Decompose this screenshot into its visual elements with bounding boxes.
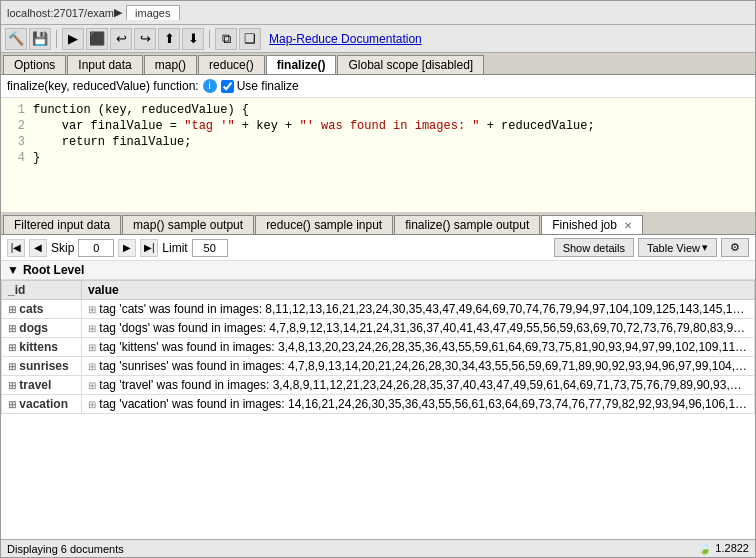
- db-name: exam: [87, 7, 114, 19]
- table-row: ⊞ kittens⊞ tag 'kittens' was found in im…: [2, 338, 755, 357]
- results-toolbar: |◀ ◀ Skip ▶ ▶| Limit Show details Table …: [1, 235, 755, 261]
- toolbar-btn-fwd[interactable]: ↪: [134, 28, 156, 50]
- prev-btn[interactable]: ◀: [29, 239, 47, 257]
- skip-input[interactable]: [78, 239, 114, 257]
- url: localhost:27017: [7, 7, 84, 19]
- table-row: ⊞ vacation⊞ tag 'vacation' was found in …: [2, 395, 755, 414]
- finalize-label: finalize(key, reducedValue) function:: [7, 79, 199, 93]
- toolbar-btn-copy[interactable]: ⧉: [215, 28, 237, 50]
- next-btn[interactable]: ▶: [118, 239, 136, 257]
- use-finalize-checkbox[interactable]: [221, 80, 234, 93]
- dropdown-icon: ▾: [702, 241, 708, 254]
- finalize-header: finalize(key, reducedValue) function: i …: [1, 75, 755, 98]
- mongodb-icon: 🍃: [698, 542, 712, 554]
- table-view-label: Table View: [647, 242, 700, 254]
- limit-input[interactable]: [192, 239, 228, 257]
- limit-label: Limit: [162, 241, 187, 255]
- footer: Displaying 6 documents 🍃 1.2822: [1, 539, 755, 557]
- table-cell-id: ⊞ cats: [2, 300, 82, 319]
- tab-global-scope[interactable]: Global scope [disabled]: [337, 55, 484, 74]
- skip-label: Skip: [51, 241, 74, 255]
- toolbar-btn-2[interactable]: 💾: [29, 28, 51, 50]
- code-line-3: 3 return finalValue;: [5, 134, 751, 150]
- tab-map-output[interactable]: map() sample output: [122, 215, 254, 234]
- results-table: _id value ⊞ cats⊞ tag 'cats' was found i…: [1, 280, 755, 539]
- bottom-tabs: Filtered input data map() sample output …: [1, 213, 755, 235]
- toolbar-sep-1: [56, 30, 57, 48]
- table-cell-id: ⊞ dogs: [2, 319, 82, 338]
- table-cell-value: ⊞ tag 'sunrises' was found in images: 4,…: [82, 357, 755, 376]
- table-cell-value: ⊞ tag 'cats' was found in images: 8,11,1…: [82, 300, 755, 319]
- toolbar-btn-up[interactable]: ⬆: [158, 28, 180, 50]
- toolbar: 🔨 💾 ▶ ⬛ ↩ ↪ ⬆ ⬇ ⧉ ❑ Map-Reduce Documenta…: [1, 25, 755, 53]
- show-details-button[interactable]: Show details: [554, 238, 634, 257]
- use-finalize-text: Use finalize: [237, 79, 299, 93]
- toolbar-btn-play[interactable]: ▶: [62, 28, 84, 50]
- tab-filtered-input[interactable]: Filtered input data: [3, 215, 121, 234]
- tab-reduce[interactable]: reduce(): [198, 55, 265, 74]
- doc-count: Displaying 6 documents: [7, 543, 124, 555]
- table-cell-id: ⊞ kittens: [2, 338, 82, 357]
- col-header-id: _id: [2, 281, 82, 300]
- root-level: ▼ Root Level: [1, 261, 755, 280]
- col-header-value: value: [82, 281, 755, 300]
- tab-reduce-input[interactable]: reduce() sample input: [255, 215, 393, 234]
- table-cell-value: ⊞ tag 'kittens' was found in images: 3,4…: [82, 338, 755, 357]
- tab-input-data[interactable]: Input data: [67, 55, 142, 74]
- root-level-icon: ▼: [7, 263, 19, 277]
- title-bar: localhost:27017 / exam ▶ images: [1, 1, 755, 25]
- table-row: ⊞ sunrises⊞ tag 'sunrises' was found in …: [2, 357, 755, 376]
- table-cell-value: ⊞ tag 'vacation' was found in images: 14…: [82, 395, 755, 414]
- table-row: ⊞ travel⊞ tag 'travel' was found in imag…: [2, 376, 755, 395]
- nav-tabs: Options Input data map() reduce() finali…: [1, 53, 755, 75]
- table-view-button[interactable]: Table View ▾: [638, 238, 717, 257]
- toolbar-btn-1[interactable]: 🔨: [5, 28, 27, 50]
- map-reduce-link[interactable]: Map-Reduce Documentation: [269, 32, 422, 46]
- version: 🍃 1.2822: [698, 542, 749, 555]
- toolbar-btn-paste[interactable]: ❑: [239, 28, 261, 50]
- code-line-2: 2 var finalValue = "tag '" + key + "' wa…: [5, 118, 751, 134]
- collection-tab[interactable]: images: [126, 5, 179, 20]
- first-btn[interactable]: |◀: [7, 239, 25, 257]
- table-cell-id: ⊞ vacation: [2, 395, 82, 414]
- table-cell-id: ⊞ travel: [2, 376, 82, 395]
- table-header-row: _id value: [2, 281, 755, 300]
- last-btn[interactable]: ▶|: [140, 239, 158, 257]
- toolbar-btn-dn[interactable]: ⬇: [182, 28, 204, 50]
- tab-finished-job[interactable]: Finished job ✕: [541, 215, 643, 234]
- use-finalize-label: Use finalize: [221, 79, 299, 93]
- tab-map[interactable]: map(): [144, 55, 197, 74]
- tab-options[interactable]: Options: [3, 55, 66, 74]
- settings-button[interactable]: ⚙: [721, 238, 749, 257]
- version-number: 1.2822: [715, 542, 749, 554]
- tab-finalize[interactable]: finalize(): [266, 55, 337, 74]
- table-cell-id: ⊞ sunrises: [2, 357, 82, 376]
- code-editor[interactable]: 1 function (key, reducedValue) { 2 var f…: [1, 98, 755, 213]
- table-cell-value: ⊞ tag 'dogs' was found in images: 4,7,8,…: [82, 319, 755, 338]
- toolbar-sep-2: [209, 30, 210, 48]
- toolbar-btn-back[interactable]: ↩: [110, 28, 132, 50]
- table-row: ⊞ dogs⊞ tag 'dogs' was found in images: …: [2, 319, 755, 338]
- arrow: ▶: [114, 6, 122, 19]
- results-actions: Show details Table View ▾ ⚙: [554, 238, 749, 257]
- tab-finalize-output[interactable]: finalize() sample output: [394, 215, 540, 234]
- code-line-1: 1 function (key, reducedValue) {: [5, 102, 751, 118]
- data-table: _id value ⊞ cats⊞ tag 'cats' was found i…: [1, 280, 755, 414]
- table-row: ⊞ cats⊞ tag 'cats' was found in images: …: [2, 300, 755, 319]
- info-icon[interactable]: i: [203, 79, 217, 93]
- root-level-label: Root Level: [23, 263, 84, 277]
- toolbar-btn-stop[interactable]: ⬛: [86, 28, 108, 50]
- tab-close-icon[interactable]: ✕: [624, 220, 632, 231]
- code-line-4: 4 }: [5, 150, 751, 166]
- table-cell-value: ⊞ tag 'travel' was found in images: 3,4,…: [82, 376, 755, 395]
